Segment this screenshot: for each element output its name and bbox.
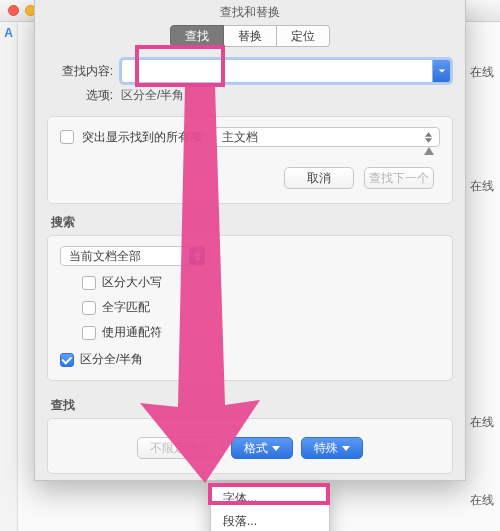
dialog-title: 查找和替换: [35, 0, 465, 23]
full-half-label: 区分全/半角: [80, 351, 143, 368]
menu-item-paragraph[interactable]: 段落...: [211, 510, 329, 531]
tab-find[interactable]: 查找: [170, 25, 224, 47]
wildcards-checkbox[interactable]: [82, 326, 96, 340]
highlight-all-label: 突出显示找到的所有项:: [82, 129, 205, 146]
search-scope-value: 当前文档全部: [69, 248, 179, 265]
traffic-light-close-icon[interactable]: [8, 5, 19, 16]
parent-toolstrip: A: [0, 22, 18, 531]
status-online: 在线: [470, 64, 494, 81]
options-label: 选项:: [49, 87, 113, 104]
find-replace-dialog: 查找和替换 查找 替换 定位 查找内容: 选项: 区分全/半角 突出显示找到的所…: [34, 0, 466, 481]
find-input-wrapper: [121, 59, 451, 83]
chevron-down-icon: [272, 446, 280, 451]
search-panel: 当前文档全部 区分大小写 全字匹配 使用通配符 区分全/半角: [47, 235, 453, 381]
updown-icon: [421, 132, 435, 143]
special-button-label: 特殊: [314, 440, 338, 457]
format-button[interactable]: 格式: [231, 437, 293, 459]
search-section-title: 搜索: [35, 214, 465, 235]
options-value: 区分全/半角: [121, 87, 184, 104]
find-label: 查找内容:: [49, 63, 113, 80]
chevron-down-icon: [342, 446, 350, 451]
find-next-button[interactable]: 查找下一个: [364, 167, 434, 189]
search-scope-select[interactable]: 当前文档全部: [60, 246, 210, 266]
cancel-button[interactable]: 取消: [284, 167, 354, 189]
menu-item-font[interactable]: 字体...: [211, 487, 329, 510]
find-format-title: 查找: [35, 391, 465, 418]
match-case-label: 区分大小写: [102, 274, 162, 291]
highlight-all-checkbox[interactable]: [60, 130, 74, 144]
find-input[interactable]: [122, 64, 432, 78]
find-history-dropdown[interactable]: [432, 60, 450, 82]
updown-icon: [189, 247, 205, 265]
match-case-checkbox[interactable]: [82, 276, 96, 290]
whole-word-label: 全字匹配: [102, 299, 150, 316]
highlight-panel: 突出显示找到的所有项: 主文档 取消 查找下一个: [47, 116, 453, 204]
panel-collapse-caret[interactable]: [60, 147, 440, 159]
tab-goto[interactable]: 定位: [277, 25, 330, 47]
status-online: 在线: [470, 178, 494, 195]
whole-word-checkbox[interactable]: [82, 301, 96, 315]
wildcards-label: 使用通配符: [102, 324, 162, 341]
full-half-checkbox[interactable]: [60, 353, 74, 367]
find-format-panel: 不限定格式 格式 特殊: [47, 418, 453, 474]
no-format-button[interactable]: 不限定格式: [137, 437, 223, 459]
highlight-scope-select[interactable]: 主文档: [213, 127, 440, 147]
tab-replace[interactable]: 替换: [224, 25, 277, 47]
tabs: 查找 替换 定位: [35, 23, 465, 55]
format-menu: 字体... 段落... 制表位...: [210, 484, 330, 531]
status-online: 在线: [470, 492, 494, 509]
special-button[interactable]: 特殊: [301, 437, 363, 459]
tool-glyph[interactable]: A: [4, 26, 13, 40]
status-online: 在线: [470, 414, 494, 431]
format-button-label: 格式: [244, 440, 268, 457]
highlight-scope-value: 主文档: [222, 129, 415, 146]
